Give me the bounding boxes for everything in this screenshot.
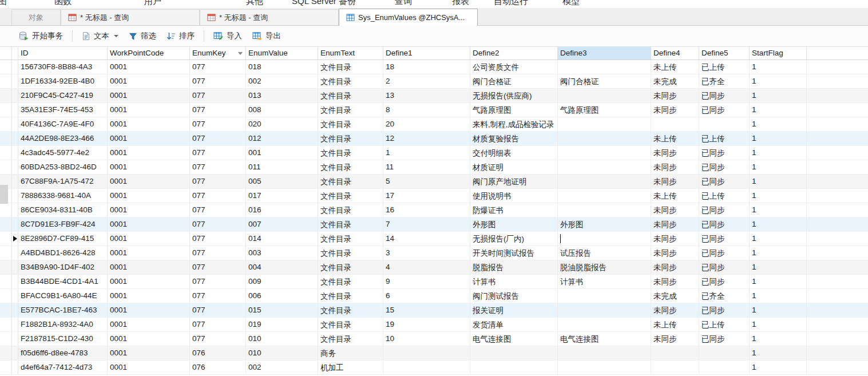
cell-define2[interactable]: 计算书 <box>470 275 558 288</box>
cell-startflag[interactable]: 1 <box>750 361 807 374</box>
cell-define4[interactable]: 未同步 <box>651 203 699 217</box>
tab-0[interactable]: 对象 <box>11 9 61 25</box>
cell-enumkey[interactable]: 077 <box>190 160 246 174</box>
cell-enumvalue[interactable]: 002 <box>246 74 318 88</box>
cell-define5[interactable]: 已上传 <box>699 60 750 74</box>
cell-define4[interactable]: 未同步 <box>651 217 699 231</box>
row-selector[interactable] <box>11 132 18 145</box>
cell-define2[interactable]: 交付明细表 <box>470 146 558 160</box>
cell-define4[interactable]: 未同步 <box>651 160 699 174</box>
menu-item-5[interactable]: 查询 <box>395 0 412 7</box>
cell-startflag[interactable]: 1 <box>750 60 807 74</box>
cell-define5[interactable]: 已同步 <box>699 260 750 274</box>
toolbar-sort-button[interactable]: 排序 <box>161 29 200 43</box>
cell-enumtext[interactable]: 文件目录 <box>318 132 383 145</box>
toolbar-text-button[interactable]: 文本 <box>77 29 124 43</box>
column-header-enumkey[interactable]: EnumKey <box>190 47 246 60</box>
cell-define5[interactable]: 已上传 <box>699 132 750 145</box>
cell-define4[interactable] <box>651 361 699 374</box>
cell-enumtext[interactable]: 文件目录 <box>318 289 383 303</box>
cell-define3[interactable] <box>558 289 651 303</box>
cell-define5[interactable]: 已同步 <box>699 232 750 246</box>
cell-define1[interactable]: 9 <box>383 275 470 288</box>
cell-define2[interactable]: 材质证明 <box>470 160 558 174</box>
cell-define5[interactable] <box>699 117 750 131</box>
cell-define5[interactable] <box>699 346 750 360</box>
cell-define2[interactable]: 气路原理图 <box>470 103 558 117</box>
cell-workpointcode[interactable]: 0001 <box>108 60 190 74</box>
cell-define1[interactable]: 4 <box>383 260 470 274</box>
column-header-enumvalue[interactable]: EnumValue <box>246 47 318 60</box>
cell-enumkey[interactable]: 077 <box>190 175 246 188</box>
cell-define1[interactable]: 8 <box>383 103 470 117</box>
cell-enumkey[interactable]: 077 <box>190 60 246 74</box>
cell-enumtext[interactable]: 文件目录 <box>318 303 383 317</box>
cell-define2[interactable]: 报关证明 <box>470 303 558 317</box>
cell-define3[interactable]: 气路原理图 <box>558 103 651 117</box>
cell-enumkey[interactable]: 076 <box>190 346 246 360</box>
row-selector[interactable] <box>11 175 18 188</box>
cell-enumvalue[interactable]: 006 <box>246 289 318 303</box>
cell-define1[interactable]: 17 <box>383 189 470 203</box>
cell-define1[interactable]: 12 <box>383 132 470 145</box>
cell-enumtext[interactable]: 文件目录 <box>318 232 383 246</box>
cell-define3[interactable]: 外形图 <box>558 217 651 231</box>
cell-enumvalue[interactable]: 001 <box>246 146 318 160</box>
cell-define5[interactable]: 已齐全 <box>699 74 750 88</box>
filter-dropdown-icon[interactable] <box>238 52 243 55</box>
toolbar-import-button[interactable]: 导入 <box>208 29 247 43</box>
cell-id[interactable]: 156730F8-8B88-4A3 <box>18 60 108 74</box>
cell-enumkey[interactable]: 077 <box>190 103 246 117</box>
cell-id[interactable]: B34B9A90-1D4F-402 <box>18 260 108 274</box>
cell-enumvalue[interactable]: 013 <box>246 89 318 102</box>
cell-enumkey[interactable]: 077 <box>190 132 246 145</box>
cell-define1[interactable]: 13 <box>383 89 470 102</box>
cell-define4[interactable]: 未同步 <box>651 246 699 260</box>
cell-startflag[interactable]: 1 <box>750 117 807 131</box>
cell-define3[interactable] <box>558 318 651 331</box>
cell-enumtext[interactable]: 文件目录 <box>318 203 383 217</box>
cell-startflag[interactable]: 1 <box>750 246 807 260</box>
cell-enumkey[interactable]: 077 <box>190 318 246 331</box>
cell-workpointcode[interactable]: 0001 <box>108 346 190 360</box>
cell-enumtext[interactable]: 文件目录 <box>318 260 383 274</box>
row-selector[interactable] <box>11 203 18 217</box>
cell-define2[interactable]: 无损报告(供应商) <box>470 89 558 102</box>
cell-workpointcode[interactable]: 0001 <box>108 203 190 217</box>
row-selector[interactable] <box>11 117 18 131</box>
cell-enumtext[interactable]: 文件目录 <box>318 89 383 102</box>
cell-id[interactable]: 8E2896D7-CF89-415 <box>18 232 108 246</box>
cell-enumvalue[interactable]: 016 <box>246 203 318 217</box>
column-header-define2[interactable]: Define2 <box>470 47 558 60</box>
cell-define4[interactable]: 未同步 <box>651 146 699 160</box>
row-selector[interactable] <box>11 275 18 288</box>
column-header-id[interactable]: ID <box>18 47 108 60</box>
cell-define3[interactable]: 电气连接图 <box>558 332 651 346</box>
column-header-define5[interactable]: Define5 <box>699 47 750 60</box>
cell-workpointcode[interactable]: 0001 <box>108 89 190 102</box>
cell-workpointcode[interactable]: 0001 <box>108 232 190 246</box>
row-selector[interactable] <box>11 246 18 260</box>
cell-enumkey[interactable]: 077 <box>190 303 246 317</box>
cell-enumtext[interactable]: 机加工 <box>318 361 383 374</box>
cell-define2[interactable]: 开关时间测试报告 <box>470 246 558 260</box>
row-selector[interactable] <box>11 303 18 317</box>
column-header-startflag[interactable]: StartFlag <box>750 47 807 60</box>
cell-enumvalue[interactable]: 007 <box>246 217 318 231</box>
cell-define5[interactable]: 已同步 <box>699 246 750 260</box>
cell-enumvalue[interactable]: 020 <box>246 117 318 131</box>
cell-id[interactable]: 35A31E3F-74E5-453 <box>18 103 108 117</box>
cell-define4[interactable]: 未同步 <box>651 175 699 188</box>
cell-enumtext[interactable]: 文件目录 <box>318 175 383 188</box>
cell-id[interactable]: B3B44BDE-4CD1-4A1 <box>18 275 108 288</box>
row-selector[interactable] <box>11 260 18 274</box>
cell-enumtext[interactable]: 文件目录 <box>318 117 383 131</box>
cell-workpointcode[interactable]: 0001 <box>108 361 190 374</box>
cell-startflag[interactable]: 1 <box>750 303 807 317</box>
cell-workpointcode[interactable]: 0001 <box>108 117 190 131</box>
cell-enumkey[interactable]: 077 <box>190 246 246 260</box>
cell-startflag[interactable]: 1 <box>750 146 807 160</box>
sidebar-splitter-handle[interactable] <box>0 185 8 204</box>
cell-define1[interactable]: 2 <box>383 74 470 88</box>
cell-startflag[interactable]: 1 <box>750 160 807 174</box>
